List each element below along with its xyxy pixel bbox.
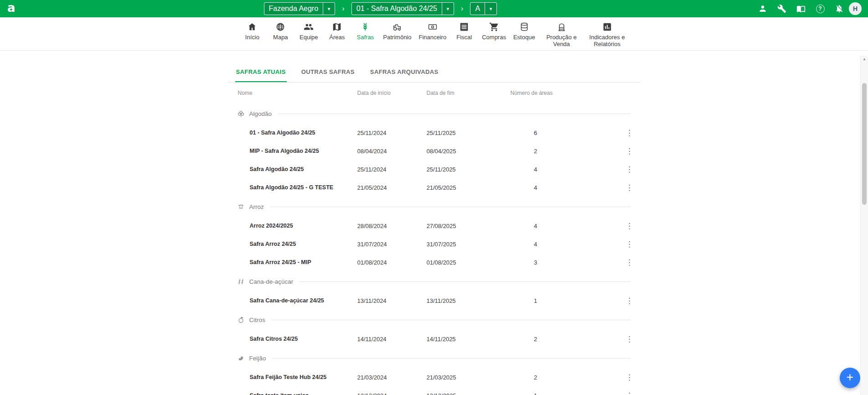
farm-select[interactable]: Fazenda Aegro ▾ bbox=[264, 2, 336, 15]
main-content: SAFRAS ATUAISOUTRAS SAFRASSAFRAS ARQUIVA… bbox=[0, 62, 868, 395]
scroll-up-arrow-icon[interactable]: ▲ bbox=[861, 57, 868, 61]
page-scrollbar[interactable]: ▲ bbox=[860, 56, 868, 395]
silo-icon bbox=[557, 21, 567, 32]
sugarcane-icon bbox=[237, 278, 245, 286]
add-safra-fab[interactable]: + bbox=[840, 368, 860, 388]
home-icon bbox=[247, 21, 257, 32]
column-header-nome: Nome bbox=[228, 90, 357, 96]
row-menu-kebab-icon[interactable]: ⋮ bbox=[619, 183, 641, 192]
nav-item-inicio[interactable]: Início bbox=[238, 21, 266, 41]
table-row[interactable]: Safra teste item unico12/12/202412/12/20… bbox=[228, 386, 641, 395]
end-date: 14/11/2025 bbox=[427, 336, 511, 343]
row-menu-kebab-icon[interactable]: ⋮ bbox=[619, 165, 641, 174]
safras-table-body: Algodão01 - Safra Algodão 24/2525/11/202… bbox=[228, 104, 641, 395]
library-icon[interactable] bbox=[794, 2, 808, 15]
start-date: 13/11/2024 bbox=[357, 297, 427, 304]
nav-item-label: Estoque bbox=[513, 34, 535, 41]
citrus-icon bbox=[237, 316, 245, 324]
table-row[interactable]: MIP - Safra Algodão 24/2508/04/202408/04… bbox=[228, 142, 641, 160]
notifications-off-icon[interactable] bbox=[832, 2, 846, 15]
wrench-icon[interactable] bbox=[775, 2, 789, 15]
row-menu-kebab-icon[interactable]: ⋮ bbox=[619, 221, 641, 231]
nav-item-fiscal[interactable]: Fiscal bbox=[450, 21, 478, 41]
row-menu-kebab-icon[interactable]: ⋮ bbox=[619, 146, 641, 156]
end-date: 27/08/2025 bbox=[427, 223, 511, 229]
chevron-down-icon[interactable]: ▾ bbox=[323, 3, 335, 15]
row-menu-kebab-icon[interactable]: ⋮ bbox=[619, 239, 641, 249]
areas-count: 6 bbox=[511, 130, 561, 136]
table-row[interactable]: Safra Citros 24/2514/11/202414/11/20252⋮ bbox=[228, 330, 641, 348]
safras-tabs: SAFRAS ATUAISOUTRAS SAFRASSAFRAS ARQUIVA… bbox=[228, 62, 641, 83]
row-menu-kebab-icon[interactable]: ⋮ bbox=[619, 128, 641, 138]
nav-item-label: Patrimônio bbox=[383, 34, 411, 41]
tab-outras-safras[interactable]: OUTRAS SAFRAS bbox=[300, 62, 356, 82]
safra-name: Arroz 2024/2025 bbox=[228, 223, 357, 229]
avatar[interactable]: H bbox=[849, 2, 862, 15]
table-row[interactable]: Safra Arroz 24/25 - MIP01/08/202401/08/2… bbox=[228, 253, 641, 271]
nav-item-areas[interactable]: Áreas bbox=[323, 21, 351, 41]
nav-item-mapa[interactable]: Mapa bbox=[267, 21, 294, 41]
nav-item-label: Financeiro bbox=[418, 34, 446, 41]
chevron-down-icon[interactable]: ▾ bbox=[485, 3, 496, 15]
areas-count: 2 bbox=[511, 336, 561, 343]
group-header-feijao: Feijão bbox=[228, 348, 641, 368]
start-date: 25/11/2024 bbox=[357, 166, 427, 173]
help-icon[interactable]: ? bbox=[813, 2, 827, 15]
areas-count: 4 bbox=[511, 184, 561, 191]
areas-count: 4 bbox=[511, 241, 561, 248]
column-header-data-inicio: Data de início bbox=[357, 90, 427, 96]
nav-item-label: Compras bbox=[482, 34, 506, 41]
table-row[interactable]: Arroz 2024/202528/08/202427/08/20254⋮ bbox=[228, 217, 641, 235]
end-date: 25/11/2025 bbox=[427, 166, 511, 173]
areas-count: 1 bbox=[511, 297, 561, 304]
nav-item-indicadores-e-relatorios[interactable]: Indicadores e Relatórios bbox=[585, 21, 630, 48]
table-row[interactable]: 01 - Safra Algodão 24/2525/11/202425/11/… bbox=[228, 124, 641, 142]
areas-count: 4 bbox=[511, 223, 561, 229]
nav-item-safras[interactable]: Safras bbox=[351, 21, 379, 41]
context-breadcrumb: Fazenda Aegro ▾ › 01 - Safra Algodão 24/… bbox=[264, 2, 497, 15]
table-row[interactable]: Safra Feijão Teste Hub 24/2521/03/202421… bbox=[228, 368, 641, 386]
table-row[interactable]: Safra Cana-de-açúcar 24/2513/11/202413/1… bbox=[228, 291, 641, 310]
aegro-logo[interactable]: a bbox=[7, 2, 16, 14]
end-date: 12/12/2025 bbox=[427, 392, 511, 395]
areas-count: 1 bbox=[511, 392, 561, 395]
safra-name: Safra Algodão 24/25 - G TESTE bbox=[228, 184, 357, 191]
table-row[interactable]: Safra Algodão 24/25 - G TESTE21/05/20242… bbox=[228, 178, 641, 197]
nav-item-equipe[interactable]: Equipe bbox=[295, 21, 322, 41]
sub-select[interactable]: A ▾ bbox=[470, 2, 497, 15]
safra-name: Safra Arroz 24/25 bbox=[228, 241, 357, 247]
nav-item-label: Indicadores e Relatórios bbox=[588, 34, 626, 48]
row-menu-kebab-icon[interactable]: ⋮ bbox=[619, 334, 641, 344]
areas-count: 3 bbox=[511, 259, 561, 266]
safra-select[interactable]: 01 - Safra Algodão 24/25 ▾ bbox=[351, 2, 454, 15]
row-menu-kebab-icon[interactable]: ⋮ bbox=[619, 391, 641, 395]
tab-safras-arquivadas[interactable]: SAFRAS ARQUIVADAS bbox=[369, 62, 439, 82]
chevron-down-icon[interactable]: ▾ bbox=[442, 3, 454, 15]
nav-item-producao-e-venda[interactable]: Produção e Venda bbox=[539, 21, 584, 48]
nav-item-estoque[interactable]: Estoque bbox=[510, 21, 538, 41]
table-row[interactable]: Safra Arroz 24/2531/07/202431/07/20254⋮ bbox=[228, 235, 641, 253]
nav-item-label: Produção e Venda bbox=[542, 34, 581, 48]
table-row[interactable]: Safra Algodão 24/2525/11/202425/11/20254… bbox=[228, 160, 641, 178]
account-icon[interactable] bbox=[756, 2, 770, 15]
safra-name: 01 - Safra Algodão 24/25 bbox=[228, 130, 357, 136]
group-divider bbox=[278, 114, 630, 114]
scrollbar-thumb[interactable] bbox=[862, 83, 867, 205]
row-menu-kebab-icon[interactable]: ⋮ bbox=[619, 296, 641, 306]
cart-icon bbox=[489, 21, 499, 32]
nav-item-compras[interactable]: Compras bbox=[479, 21, 509, 41]
row-menu-kebab-icon[interactable]: ⋮ bbox=[619, 258, 641, 267]
end-date: 25/11/2025 bbox=[427, 130, 511, 136]
tab-safras-atuais[interactable]: SAFRAS ATUAIS bbox=[235, 62, 287, 82]
nav-item-financeiro[interactable]: Financeiro bbox=[415, 21, 450, 41]
chart-icon bbox=[602, 21, 612, 32]
row-menu-kebab-icon[interactable]: ⋮ bbox=[619, 373, 641, 382]
breadcrumb-chevron-icon: › bbox=[461, 4, 464, 13]
group-divider bbox=[270, 207, 630, 207]
safra-name: Safra Algodão 24/25 bbox=[228, 166, 357, 172]
safra-name: Safra Citros 24/25 bbox=[228, 336, 357, 342]
nav-item-patrimonio[interactable]: Patrimônio bbox=[380, 21, 414, 41]
group-header-arroz: Arroz bbox=[228, 197, 641, 217]
group-header-citros: Citros bbox=[228, 310, 641, 330]
group-header-cana-de-acucar: Cana-de-açúcar bbox=[228, 271, 641, 291]
